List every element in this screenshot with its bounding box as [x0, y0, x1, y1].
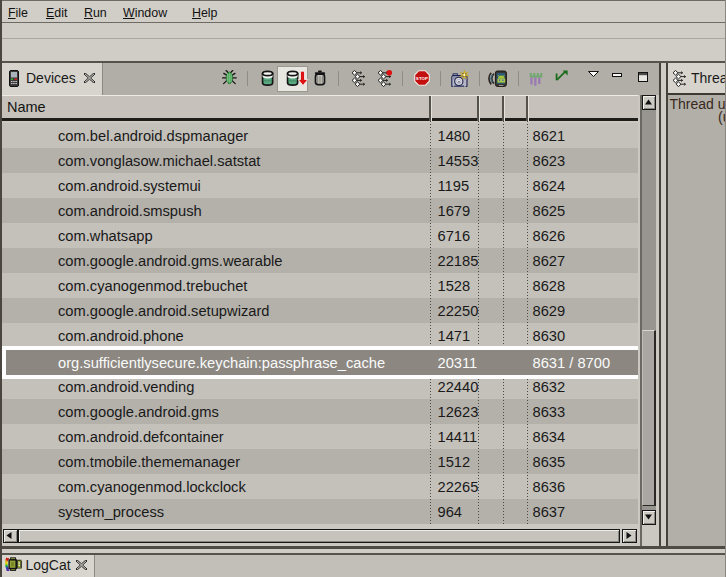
svg-text:STOP: STOP [415, 76, 427, 81]
